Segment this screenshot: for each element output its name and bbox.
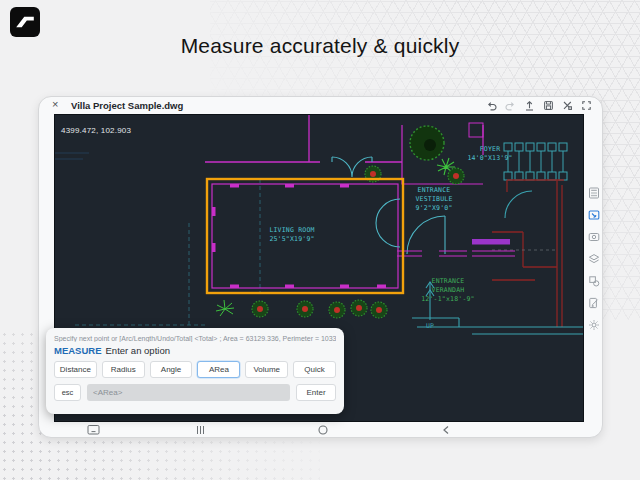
angle-button[interactable]: Angle: [150, 361, 193, 378]
document-title: Villa Project Sample.dwg: [71, 100, 183, 111]
command-name: MEASURE: [54, 345, 102, 356]
tool-rail: [587, 187, 600, 331]
command-input[interactable]: [87, 384, 290, 401]
close-icon[interactable]: ×: [52, 98, 58, 110]
titlebar-toolbar: [486, 100, 592, 111]
snap-shapes-icon[interactable]: [588, 275, 600, 287]
living-room-label: LIVING ROOM: [269, 226, 314, 234]
verandah-size: 12'-1"x18'-9": [421, 295, 474, 303]
verandah-label-1: ENTRANCE: [432, 277, 465, 285]
verandah-label-2: VERANDAH: [432, 286, 465, 294]
window-titlebar: × Villa Project Sample.dwg: [39, 97, 602, 114]
annotate-icon[interactable]: [588, 297, 600, 309]
measure-options: Distance Radius Angle ARea Volume Quick: [54, 361, 336, 378]
up-label: UP: [426, 322, 434, 330]
command-hint: Enter an option: [106, 345, 170, 356]
calculator-icon[interactable]: [588, 187, 600, 199]
fullscreen-icon[interactable]: [581, 100, 592, 111]
esc-button[interactable]: esc: [54, 384, 81, 401]
vestibule-label-2: VESTIBULE: [415, 195, 452, 203]
autodesk-logo-icon: [14, 11, 36, 33]
foyer-size: 14'0"X13'9": [467, 154, 512, 162]
measure-tool-icon[interactable]: [588, 209, 600, 221]
measure-panel: Specify next point or [Arc/Length/Undo/T…: [46, 328, 344, 414]
command-prompt: Specify next point or [Arc/Length/Undo/T…: [54, 335, 336, 342]
save-icon[interactable]: [543, 100, 554, 111]
command-line: MEASUREEnter an option: [54, 345, 336, 356]
view-icon[interactable]: [588, 231, 600, 243]
page: Measure accurately & quickly × Villa Pro…: [0, 0, 640, 480]
undo-icon[interactable]: [486, 100, 497, 111]
volume-button[interactable]: Volume: [245, 361, 288, 378]
distance-button[interactable]: Distance: [54, 361, 97, 378]
home-icon[interactable]: [317, 422, 329, 440]
settings-gear-icon[interactable]: [588, 319, 600, 331]
trim-icon[interactable]: [562, 100, 573, 111]
autodesk-logo: [10, 7, 40, 37]
redo-icon[interactable]: [505, 100, 516, 111]
drawing-canvas[interactable]: 4399.472, 102.903: [54, 114, 584, 422]
layers-icon[interactable]: [588, 253, 600, 265]
vestibule-label-1: ENTRANCE: [418, 186, 451, 194]
quick-button[interactable]: Quick: [293, 361, 336, 378]
foyer-label: FOYER: [480, 145, 501, 153]
page-title: Measure accurately & quickly: [0, 34, 640, 58]
enter-button[interactable]: Enter: [296, 384, 336, 401]
living-room-size: 25'5"X19'9": [269, 235, 314, 243]
recents-icon[interactable]: [195, 422, 206, 440]
keyboard-toggle-icon[interactable]: [87, 422, 100, 440]
vestibule-size: 9'2"X9'0": [415, 204, 452, 212]
publish-icon[interactable]: [524, 100, 535, 111]
device-navbar: [39, 422, 602, 435]
app-window: × Villa Project Sample.dwg: [38, 96, 603, 438]
radius-button[interactable]: Radius: [102, 361, 145, 378]
back-icon[interactable]: [441, 422, 451, 440]
area-button[interactable]: ARea: [197, 361, 240, 378]
